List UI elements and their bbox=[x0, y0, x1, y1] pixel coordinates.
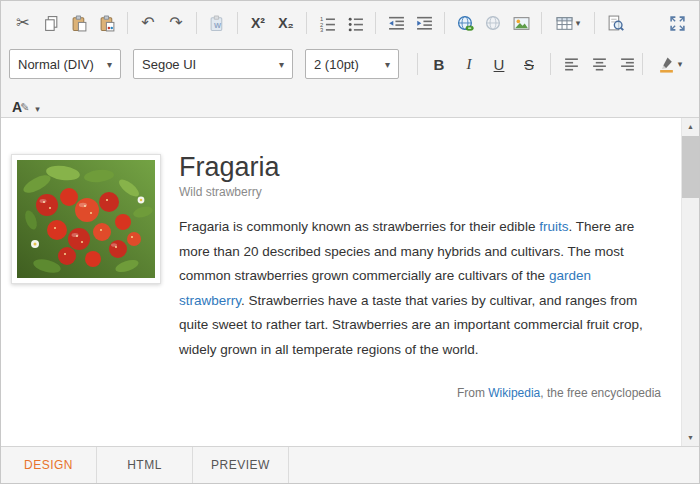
scrollbar-track[interactable] bbox=[682, 199, 699, 429]
separator bbox=[127, 12, 128, 34]
vertical-scrollbar[interactable]: ▲ ▼ bbox=[681, 118, 699, 446]
align-center-button[interactable] bbox=[586, 51, 612, 77]
html-editor: ✂ ↶ ↷ W X² bbox=[0, 0, 700, 484]
document-body: Fragaria is commonly known as strawberri… bbox=[179, 215, 659, 362]
toolbar: ✂ ↶ ↷ W X² bbox=[1, 1, 699, 117]
bold-button[interactable]: B bbox=[425, 51, 453, 77]
chevron-down-icon: ▾ bbox=[107, 59, 112, 70]
align-left-button[interactable] bbox=[558, 51, 584, 77]
insert-image-button[interactable] bbox=[508, 10, 534, 36]
body-text: Fragaria is commonly known as strawberri… bbox=[179, 219, 539, 234]
paragraph-style-value: Normal (DIV) bbox=[18, 57, 94, 72]
separator bbox=[237, 12, 238, 34]
separator bbox=[417, 53, 418, 75]
superscript-button[interactable]: X² bbox=[245, 10, 271, 36]
chevron-down-icon: ▾ bbox=[35, 104, 40, 114]
view-tabs: DESIGN HTML PREVIEW bbox=[1, 446, 699, 483]
tab-html[interactable]: HTML bbox=[97, 447, 193, 483]
paste-icon bbox=[71, 15, 88, 32]
paste-special-button[interactable] bbox=[94, 10, 120, 36]
numbered-list-icon: 123 bbox=[319, 15, 336, 32]
align-right-icon bbox=[619, 56, 636, 73]
align-center-icon bbox=[591, 56, 608, 73]
paste-button[interactable] bbox=[66, 10, 92, 36]
increase-indent-button[interactable] bbox=[411, 10, 437, 36]
italic-button[interactable]: I bbox=[455, 51, 483, 77]
find-button[interactable] bbox=[602, 10, 628, 36]
separator bbox=[306, 12, 307, 34]
undo-icon: ↶ bbox=[141, 15, 154, 31]
bullet-list-icon bbox=[347, 15, 364, 32]
design-surface[interactable]: Fragaria Wild strawberry Fragaria is com… bbox=[1, 118, 681, 446]
tab-design[interactable]: DESIGN bbox=[1, 447, 97, 483]
svg-text:W: W bbox=[213, 21, 220, 30]
toolbar-row-3: A ✎ ▾ bbox=[9, 85, 691, 117]
editor-content: Fragaria Wild strawberry Fragaria is com… bbox=[1, 117, 699, 446]
svg-text:3: 3 bbox=[320, 27, 323, 32]
footer-text: , the free encyclopedia bbox=[540, 386, 661, 400]
redo-button[interactable]: ↷ bbox=[163, 10, 189, 36]
find-icon bbox=[607, 15, 624, 32]
decrease-indent-button[interactable] bbox=[383, 10, 409, 36]
cut-icon: ✂ bbox=[16, 15, 29, 31]
scrollbar-thumb[interactable] bbox=[682, 136, 699, 198]
superscript-icon: X² bbox=[251, 15, 265, 31]
bullet-list-button[interactable] bbox=[342, 10, 368, 36]
document-subtitle: Wild strawberry bbox=[179, 185, 659, 199]
decrease-indent-icon bbox=[388, 15, 405, 32]
scroll-down-icon: ▼ bbox=[687, 434, 694, 441]
scroll-down-button[interactable]: ▼ bbox=[682, 429, 699, 446]
link-wikipedia[interactable]: Wikipedia bbox=[488, 386, 540, 400]
numbered-list-button[interactable]: 123 bbox=[314, 10, 340, 36]
body-text: . Strawberries have a taste that varies … bbox=[179, 293, 643, 357]
paste-from-word-button[interactable]: W bbox=[204, 10, 230, 36]
fullscreen-icon bbox=[669, 15, 686, 32]
cut-button[interactable]: ✂ bbox=[10, 10, 36, 36]
align-left-icon bbox=[563, 56, 580, 73]
chevron-down-icon: ▾ bbox=[279, 59, 284, 70]
scroll-up-button[interactable]: ▲ bbox=[682, 118, 699, 135]
footer-text: From bbox=[457, 386, 488, 400]
chevron-down-icon: ▾ bbox=[678, 59, 683, 69]
paste-from-word-icon: W bbox=[209, 15, 226, 32]
separator bbox=[196, 12, 197, 34]
strikethrough-button[interactable]: S bbox=[515, 51, 543, 77]
font-name-dropdown[interactable]: Segoe UI ▾ bbox=[133, 49, 293, 79]
insert-link-icon bbox=[457, 15, 474, 32]
increase-indent-icon bbox=[416, 15, 433, 32]
insert-table-button[interactable]: ▾ bbox=[549, 10, 587, 36]
document-title: Fragaria bbox=[179, 152, 659, 183]
font-size-dropdown[interactable]: 2 (10pt) ▾ bbox=[305, 49, 399, 79]
tab-preview[interactable]: PREVIEW bbox=[193, 447, 289, 483]
paste-special-icon bbox=[99, 15, 116, 32]
document-text: Fragaria Wild strawberry Fragaria is com… bbox=[179, 152, 659, 362]
separator bbox=[375, 12, 376, 34]
remove-link-icon bbox=[485, 15, 502, 32]
document-image[interactable] bbox=[11, 154, 161, 284]
font-color-button[interactable]: A ✎ ▾ bbox=[10, 88, 56, 114]
font-name-value: Segoe UI bbox=[142, 57, 196, 72]
paragraph-style-dropdown[interactable]: Normal (DIV) ▾ bbox=[9, 49, 121, 79]
separator bbox=[594, 12, 595, 34]
copy-button[interactable] bbox=[38, 10, 64, 36]
chevron-down-icon: ▾ bbox=[385, 59, 390, 70]
insert-table-icon bbox=[556, 15, 573, 32]
align-right-button[interactable] bbox=[614, 51, 640, 77]
subscript-button[interactable]: X₂ bbox=[273, 10, 299, 36]
insert-link-button[interactable] bbox=[452, 10, 478, 36]
fullscreen-button[interactable] bbox=[664, 10, 690, 36]
subscript-icon: X₂ bbox=[278, 15, 294, 31]
undo-button[interactable]: ↶ bbox=[135, 10, 161, 36]
separator bbox=[642, 53, 643, 75]
remove-link-button[interactable] bbox=[480, 10, 506, 36]
back-color-button[interactable]: ▾ bbox=[650, 51, 690, 77]
copy-icon bbox=[43, 15, 60, 32]
back-color-icon bbox=[658, 56, 675, 73]
underline-button[interactable]: U bbox=[485, 51, 513, 77]
scroll-up-icon: ▲ bbox=[687, 123, 694, 130]
font-size-value: 2 (10pt) bbox=[314, 57, 359, 72]
separator bbox=[550, 53, 551, 75]
link-fruits[interactable]: fruits bbox=[539, 219, 568, 234]
toolbar-row-1: ✂ ↶ ↷ W X² bbox=[9, 3, 691, 43]
insert-image-icon bbox=[513, 15, 530, 32]
